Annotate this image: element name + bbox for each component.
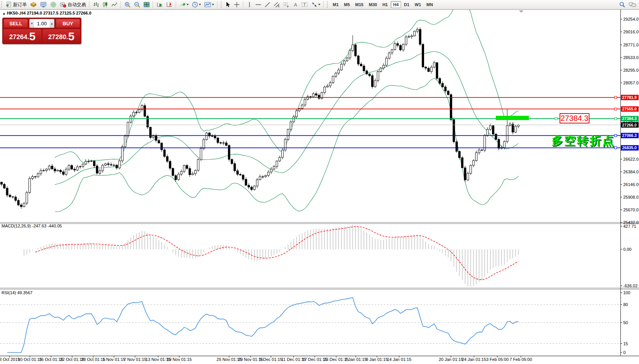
volume-decrease-button[interactable]: ▼: [30, 19, 34, 28]
price-tick-label: 28771.0: [623, 43, 639, 47]
time-axis-label: 22 Oct 01:15: [60, 357, 84, 362]
timeframe-button-h1[interactable]: H1: [380, 1, 390, 8]
chart-shift-button[interactable]: [165, 1, 174, 8]
timeframe-button-w1[interactable]: W1: [413, 1, 424, 8]
arrows-tool-button[interactable]: [310, 1, 322, 8]
periods-button[interactable]: [191, 1, 202, 8]
timeframe-button-m1[interactable]: M1: [330, 1, 341, 8]
trendline-tool-button[interactable]: [263, 1, 272, 8]
toolbar-separator: [153, 1, 154, 8]
text-label-tool-button[interactable]: T: [300, 1, 309, 8]
buy-price-main: 27280.: [48, 32, 68, 42]
annotation-handle[interactable]: [555, 117, 557, 120]
time-axis-label: 1 Nov 01:15: [102, 357, 125, 362]
macd-axis-label: -636.02: [623, 283, 637, 288]
price-tick-label: 26622.0: [623, 157, 639, 161]
crosshair-tool-button[interactable]: [233, 1, 241, 8]
templates-icon: [204, 2, 211, 8]
new-order-icon: [6, 2, 12, 8]
autotrading-button[interactable]: 自动交易: [59, 1, 87, 8]
timeframe-button-m5[interactable]: M5: [342, 1, 352, 8]
tile-windows-button[interactable]: [142, 1, 151, 8]
chart-canvas[interactable]: 29254.029016.028771.028533.028295.028057…: [0, 0, 639, 364]
time-axis-label: 19 Nov 01:15: [167, 357, 192, 362]
equidistant-channel-icon: E: [274, 2, 280, 8]
price-level-annotation-box[interactable]: 27384.3: [560, 113, 589, 124]
time-axis-label: 14 Jan 01:15: [387, 357, 411, 362]
search-button[interactable]: [618, 1, 627, 8]
indicators-dropdown-caret[interactable]: [187, 4, 189, 5]
timeframe-button-m15[interactable]: M15: [353, 1, 366, 8]
price-tick-label: 28533.0: [623, 55, 639, 60]
profiles-button[interactable]: [29, 1, 38, 8]
macd-axis-label: 427.71: [623, 224, 636, 229]
autotrading-icon: [60, 2, 66, 8]
level-line-handle[interactable]: [614, 96, 617, 99]
bar-chart-button[interactable]: [92, 1, 100, 8]
collapse-arrow-icon[interactable]: ▲: [2, 12, 6, 15]
price-tick-label: 26146.0: [623, 182, 639, 187]
new-order-button[interactable]: 新订单: [5, 1, 28, 8]
text-icon: A: [293, 2, 298, 8]
line-chart-button[interactable]: [110, 1, 119, 8]
zoom-out-button[interactable]: [133, 1, 142, 8]
price-tick-label: 29254.0: [623, 17, 639, 21]
time-axis-label: 10 Oct 01:15: [18, 357, 42, 362]
fibonacci-tool-button[interactable]: F: [282, 1, 291, 8]
templates-dropdown-caret[interactable]: [212, 4, 214, 5]
indicators-icon: [180, 2, 186, 8]
vertical-line-tool-button[interactable]: [246, 1, 253, 8]
line-chart-icon: [111, 2, 117, 8]
time-axis-label: 20 Jan 01:15: [439, 357, 463, 362]
market-watch-button[interactable]: [39, 1, 48, 8]
timeframe-button-m30[interactable]: M30: [367, 1, 379, 8]
chart-annotation-text[interactable]: 多空转折点: [551, 133, 621, 149]
volume-increase-button[interactable]: ▲: [50, 19, 54, 28]
buy-button[interactable]: BUY: [56, 19, 80, 28]
time-axis-label: 2 Jan 01:15: [345, 357, 367, 362]
toolbar-separator: [324, 1, 324, 8]
time-axis-label: 28 Oct 01:15: [81, 357, 106, 362]
rsi-axis-label: 0: [623, 350, 626, 355]
zoom-in-button[interactable]: [123, 1, 132, 8]
sell-button[interactable]: SELL: [3, 19, 28, 28]
macd-label: MACD(12,26,9) -247.63 -440.05: [2, 224, 62, 228]
text-tool-button[interactable]: A: [292, 1, 299, 8]
auto-scroll-button[interactable]: [155, 1, 164, 8]
timeframe-button-mn[interactable]: MN: [424, 1, 435, 8]
market-watch-icon: [40, 2, 47, 8]
horizontal-line-tool-button[interactable]: [254, 1, 263, 8]
indicators-button[interactable]: [178, 1, 190, 8]
level-line-handle[interactable]: [614, 117, 617, 120]
navigator-icon: [50, 2, 57, 8]
symbol-ohlc-text: HK50-,H4 27194.0 27317.5 27125.5 27266.0: [7, 11, 91, 15]
rsi-axis-label: 80: [623, 302, 628, 307]
periods-dropdown-caret[interactable]: [199, 4, 201, 5]
price-tick-label: 28295.0: [623, 68, 639, 72]
rsi-axis-label: 100: [623, 290, 630, 295]
svg-text:A: A: [294, 2, 297, 8]
timeframe-button-d1[interactable]: D1: [402, 1, 412, 8]
arrows-icon: [311, 2, 317, 8]
symbol-ohlc-header: ▲HK50-,H4 27194.0 27317.5 27125.5 27266.…: [2, 11, 91, 15]
cursor-tool-button[interactable]: [224, 1, 232, 8]
cursor-icon: [225, 2, 231, 8]
arrows-dropdown-caret[interactable]: [318, 4, 320, 5]
toolbar-grip: [327, 1, 329, 8]
chat-button[interactable]: [627, 1, 637, 8]
highlight-rectangle[interactable]: [496, 116, 529, 120]
volume-input[interactable]: [34, 19, 50, 28]
profiles-icon: [30, 2, 37, 8]
toolbar-separator: [217, 1, 218, 8]
trendline-icon: [264, 2, 271, 8]
candlestick-chart-button[interactable]: [101, 1, 109, 8]
level-line-handle[interactable]: [614, 108, 617, 110]
svg-text:T: T: [304, 3, 306, 7]
buy-price-display[interactable]: 27280.5: [43, 29, 81, 43]
templates-button[interactable]: [203, 1, 215, 8]
timeframe-toolbar: M1M5M15M30H1H4D1W1MN: [330, 1, 436, 8]
sell-price-display[interactable]: 27264.5: [3, 29, 41, 43]
channel-tool-button[interactable]: E: [272, 1, 281, 8]
navigator-button[interactable]: [49, 1, 58, 8]
timeframe-button-h4[interactable]: H4: [391, 1, 401, 8]
